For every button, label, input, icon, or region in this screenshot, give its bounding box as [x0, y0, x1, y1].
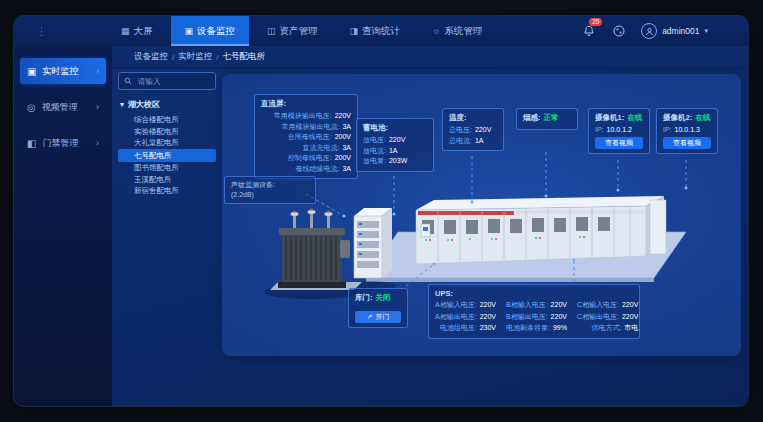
tree-item[interactable]: 实验楼配电所	[118, 126, 216, 138]
tab-label: 大屏	[134, 25, 153, 38]
data-row: 供电方式:市电	[577, 323, 638, 334]
data-row: C相输出电压:220V	[577, 312, 638, 323]
data-row: 放电压:220V	[363, 135, 427, 146]
app-window: ⋮ ▦ 大屏 ▣ 设备监控 ◫ 资产管理 ◨ 查询统计	[14, 16, 748, 406]
sidebar: ▣ 实时监控 › ◎ 视频管理 › ◧ 门禁管理 ›	[14, 46, 112, 406]
tab-system-management[interactable]: ☼ 系统管理	[418, 16, 496, 46]
door-panel: 库门: 关闭 ↗ 开门	[348, 288, 408, 328]
breadcrumb-item[interactable]: 设备监控	[112, 51, 172, 63]
row-value: 1A	[475, 136, 484, 147]
user-menu[interactable]: admin001 ▾	[641, 23, 708, 39]
camera2-panel: 摄像机2: 在线 IP: 10.0.1.3 查看视频	[656, 108, 718, 154]
sidebar-item-realtime-monitoring[interactable]: ▣ 实时监控 ›	[20, 58, 106, 84]
tree-root-label: 湖大校区	[128, 99, 160, 110]
temperature-panel: 温度: 总电压:220V 总电流:1A	[442, 108, 504, 151]
panel-title: UPS:	[435, 289, 633, 298]
fullscreen-glyph	[613, 25, 625, 37]
panel-title: 摄像机1:	[595, 113, 624, 124]
row-label: 常用模块输出电流:	[281, 122, 339, 133]
data-row: A相输出电压:220V	[435, 312, 496, 323]
row-label: 电池剩余容量:	[506, 323, 550, 334]
open-door-button[interactable]: ↗ 开门	[355, 311, 401, 323]
status-badge: 关闭	[376, 293, 391, 304]
tab-device-monitoring[interactable]: ▣ 设备监控	[171, 16, 250, 46]
person-icon	[645, 27, 654, 36]
tab-query-statistics[interactable]: ◨ 查询统计	[336, 16, 415, 46]
view-video-button[interactable]: 查看视频	[663, 137, 711, 149]
annotation-line2: (2.2dB)	[231, 190, 309, 200]
row-value: 220V	[622, 300, 638, 311]
tree-item[interactable]: 玉溪配电所	[118, 174, 216, 186]
tree-item-selected[interactable]: 七号配电所	[118, 149, 216, 163]
row-label: 控制母线电压:	[288, 153, 332, 164]
row-label: 放电流:	[363, 146, 386, 157]
row-value: 99%	[553, 323, 567, 334]
chevron-down-icon: ▾	[704, 27, 708, 35]
monitor-frame: ⋮ ▦ 大屏 ▣ 设备监控 ◫ 资产管理 ◨ 查询统计	[0, 0, 763, 422]
panel-title: 库门:	[355, 293, 373, 304]
camera1-panel: 摄像机1: 在线 IP: 10.0.1.2 查看视频	[588, 108, 650, 154]
tree-item[interactable]: 新宿舍配电所	[118, 185, 216, 197]
ups-grid: A相输入电压:220V B相输入电压:220V C相输入电压:220V A相输出…	[435, 300, 633, 334]
row-value: 220V	[622, 312, 638, 323]
row-label: C相输出电压:	[577, 312, 619, 323]
station-tree: ▾ 湖大校区 综合楼配电所 实验楼配电所 大礼堂配电所 七号配电所 图书馆配电所…	[118, 72, 216, 197]
breadcrumb-item[interactable]: 实时监控	[174, 51, 216, 63]
tab-dashboard[interactable]: ▦ 大屏	[107, 16, 167, 46]
data-row: 总电压:220V	[449, 125, 497, 136]
panel-title: 蓄电池:	[363, 123, 427, 133]
row-value: 1A	[389, 146, 398, 157]
asset-icon: ◫	[267, 26, 276, 36]
tab-label: 设备监控	[197, 25, 235, 38]
tree-item[interactable]: 大礼堂配电所	[118, 137, 216, 149]
tab-label: 资产管理	[280, 25, 318, 38]
row-label: A相输入电压:	[435, 300, 477, 311]
row-value: 200V	[335, 132, 351, 143]
gear-icon: ☼	[432, 26, 440, 36]
chevron-right-icon: ›	[96, 138, 99, 148]
row-label: 总电压:	[449, 125, 472, 136]
ip-value: 10.0.1.2	[607, 126, 632, 133]
sidebar-item-video-management[interactable]: ◎ 视频管理 ›	[20, 94, 106, 120]
tree-root-node[interactable]: ▾ 湖大校区	[120, 99, 216, 110]
data-row: 烟感: 正常	[523, 113, 571, 124]
ups-panel: UPS: A相输入电压:220V B相输入电压:220V C相输入电压:220V…	[428, 284, 640, 339]
chart-icon: ◨	[350, 26, 359, 36]
search-icon	[124, 77, 132, 85]
chevron-right-icon: ›	[96, 66, 99, 76]
tree-item[interactable]: 图书馆配电所	[118, 162, 216, 174]
bell-icon	[583, 25, 595, 37]
dc-screen-panel: 直流屏: 常用模块输出电压:220V 常用模块输出电流:3A 合闸母线电压:20…	[254, 94, 358, 179]
fullscreen-icon[interactable]	[611, 23, 627, 39]
tree-item[interactable]: 综合楼配电所	[118, 114, 216, 126]
sidebar-item-label: 视频管理	[42, 101, 78, 114]
row-value: 230V	[480, 323, 496, 334]
sidebar-item-label: 门禁管理	[42, 137, 78, 150]
data-row: B相输入电压:220V	[506, 300, 567, 311]
monitor-icon: ▣	[185, 26, 194, 36]
tab-label: 系统管理	[444, 25, 482, 38]
row-value: 220V	[551, 300, 567, 311]
panel-title: 直流屏:	[261, 99, 351, 109]
row-label: 母线绝缘电流:	[295, 164, 339, 175]
row-value: 220V	[475, 125, 491, 136]
data-row: B相输出电压:220V	[506, 312, 567, 323]
big-screen-icon: ▦	[121, 26, 130, 36]
breadcrumb: 设备监控 / 实时监控 / 七号配电所	[112, 46, 748, 69]
panel-title: 温度:	[449, 113, 497, 123]
row-value: 3A	[342, 164, 351, 175]
row-label: A相输出电压:	[435, 312, 477, 323]
tab-asset-management[interactable]: ◫ 资产管理	[253, 16, 332, 46]
row-value: 220V	[480, 312, 496, 323]
tree-search-input[interactable]	[136, 76, 210, 87]
sidebar-item-access-control[interactable]: ◧ 门禁管理 ›	[20, 130, 106, 156]
data-row: 摄像机2: 在线	[663, 113, 711, 124]
view-video-button[interactable]: 查看视频	[595, 137, 643, 149]
top-nav-bar: ⋮ ▦ 大屏 ▣ 设备监控 ◫ 资产管理 ◨ 查询统计	[14, 16, 748, 47]
top-right-cluster: 25 admin001 ▾	[581, 23, 708, 39]
data-row: 电池剩余容量:99%	[506, 323, 567, 334]
row-label: 合闸母线电压:	[288, 132, 332, 143]
tab-label: 查询统计	[362, 25, 400, 38]
notification-bell-icon[interactable]: 25	[581, 23, 597, 39]
row-label: B相输出电压:	[506, 312, 548, 323]
